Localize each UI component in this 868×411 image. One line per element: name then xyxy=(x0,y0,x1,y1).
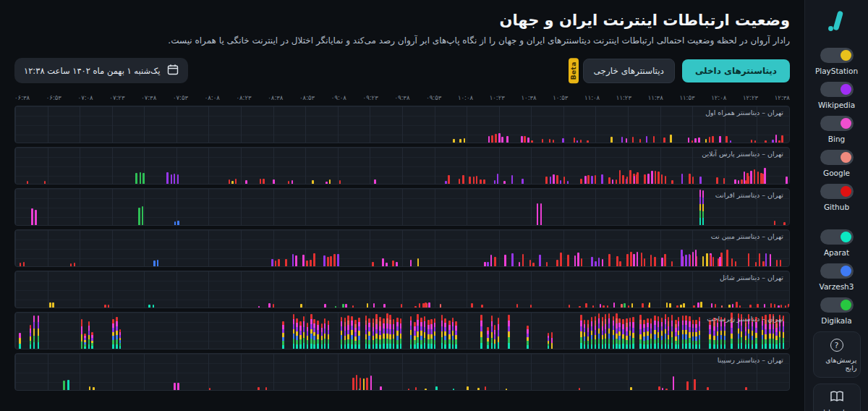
status-bar xyxy=(522,254,524,266)
status-bar xyxy=(324,318,326,349)
status-bar xyxy=(548,333,550,349)
status-bar xyxy=(498,133,501,143)
status-bar xyxy=(587,140,589,143)
status-bar xyxy=(580,179,582,185)
status-bar xyxy=(425,302,427,308)
status-bar xyxy=(440,304,442,308)
datacenter-row-5[interactable]: تهران – دیتاسنتر زیرساخت xyxy=(14,312,790,349)
datacenter-row-label: تهران – دیتاسنتر همراه اول xyxy=(705,109,783,116)
status-bar xyxy=(709,137,711,143)
status-bar xyxy=(741,179,743,185)
status-bar xyxy=(119,329,122,349)
status-bar xyxy=(683,303,685,308)
service-toggle-aparat[interactable]: Aparat xyxy=(820,229,854,257)
status-bar xyxy=(382,258,384,266)
status-bar xyxy=(408,389,410,391)
toggle-pill[interactable] xyxy=(820,116,854,131)
faq-button[interactable]: ? پرسش‌های رایج xyxy=(813,331,861,378)
status-bar xyxy=(630,252,632,266)
status-bar xyxy=(532,263,535,267)
status-bar xyxy=(699,317,701,349)
status-bar xyxy=(324,304,326,308)
datacenter-row-4[interactable]: تهران – دیتاسنتر شاتل xyxy=(14,271,790,308)
status-bar xyxy=(367,303,369,308)
status-bar xyxy=(778,305,780,308)
status-bar xyxy=(424,316,426,349)
toggle-pill[interactable] xyxy=(820,297,854,313)
status-bar xyxy=(300,304,302,308)
toggle-knob xyxy=(841,118,851,129)
datacenter-row-1[interactable]: تهران – دیتاسنتر پارس آنلاین xyxy=(14,147,790,185)
toggle-pill[interactable] xyxy=(820,184,854,199)
status-bar xyxy=(711,303,713,308)
status-bar xyxy=(632,317,634,349)
faq-label: پرسش‌های رایج xyxy=(817,356,857,372)
arvan-radar-logo-icon[interactable] xyxy=(825,9,849,36)
status-bar xyxy=(736,302,738,308)
toggle-pill[interactable] xyxy=(820,229,854,245)
status-bar xyxy=(781,135,783,143)
status-bar xyxy=(345,304,347,308)
toggle-knob xyxy=(841,186,851,197)
datacenter-row-3[interactable]: تهران – دیتاسنتر مبین نت xyxy=(14,229,790,267)
status-bar xyxy=(352,378,354,391)
status-bar xyxy=(601,174,603,184)
status-bar xyxy=(765,140,767,143)
status-bar xyxy=(480,315,482,349)
status-bar xyxy=(142,206,144,226)
status-bar xyxy=(522,179,524,184)
status-bar xyxy=(441,315,443,349)
status-bar xyxy=(780,305,783,308)
external-datacenters-button[interactable]: دیتاسنترهای خارجی xyxy=(583,59,675,83)
status-bar xyxy=(759,253,761,267)
service-toggle-varzesh3[interactable]: Varzesh3 xyxy=(820,263,854,291)
status-bar xyxy=(410,260,412,267)
about-radar-button[interactable]: درباره رادار xyxy=(813,384,861,411)
service-toggle-wikipedia[interactable]: Wikipedia xyxy=(815,82,858,109)
status-bar xyxy=(444,318,446,349)
time-tick-label: ۰۸:۳۸ xyxy=(268,94,283,101)
status-bar xyxy=(688,137,690,143)
toggle-pill[interactable] xyxy=(820,82,854,97)
status-bar xyxy=(157,260,159,266)
internal-datacenters-button[interactable]: دیتاسنترهای داخلی xyxy=(682,59,790,82)
service-toggle-bing[interactable]: Bing xyxy=(815,116,858,143)
status-bar xyxy=(560,253,562,267)
service-toggle-google[interactable]: Google xyxy=(815,150,858,177)
status-bar xyxy=(619,170,621,184)
service-toggle-digikala[interactable]: Digikala xyxy=(820,297,854,325)
service-toggle-playstation[interactable]: PlayStation xyxy=(815,48,858,75)
status-bar xyxy=(705,139,707,143)
status-bar xyxy=(153,305,155,308)
status-bar xyxy=(359,378,362,390)
status-bar xyxy=(268,303,271,308)
toggle-pill[interactable] xyxy=(820,263,854,279)
calendar-icon xyxy=(167,64,179,77)
service-toggle-github[interactable]: Github xyxy=(815,184,858,211)
status-bar xyxy=(715,304,717,308)
status-bar xyxy=(329,179,331,184)
status-bar xyxy=(632,137,634,143)
status-bar xyxy=(229,179,231,185)
status-bar xyxy=(681,250,683,266)
status-bar xyxy=(592,305,595,308)
status-bar xyxy=(749,305,752,308)
status-bar xyxy=(292,254,294,266)
date-time-chip[interactable]: یک‌شنبه ۱ بهمن ماه ۱۴۰۲ ساعت ۱۲:۳۸ xyxy=(14,58,188,83)
status-bar xyxy=(494,257,496,266)
toggle-pill[interactable] xyxy=(820,150,854,165)
datacenter-row-0[interactable]: تهران – دیتاسنتر همراه اول xyxy=(14,106,790,143)
status-bar xyxy=(697,302,699,308)
status-bar xyxy=(265,387,268,390)
status-bar xyxy=(637,172,639,184)
status-bar xyxy=(550,177,552,184)
service-label: Bing xyxy=(828,135,845,143)
time-tick-label: ۱۱:۵۳ xyxy=(679,94,694,101)
status-bar xyxy=(263,179,265,185)
toggle-pill[interactable] xyxy=(820,48,854,63)
status-bar xyxy=(70,263,72,267)
status-bar xyxy=(661,174,663,185)
datacenter-row-2[interactable]: تهران – دیتاسنتر افرانت xyxy=(14,188,790,226)
status-bar xyxy=(44,181,46,184)
datacenter-row-6[interactable]: تهران – دیتاسنتر رسپینا xyxy=(14,353,790,391)
